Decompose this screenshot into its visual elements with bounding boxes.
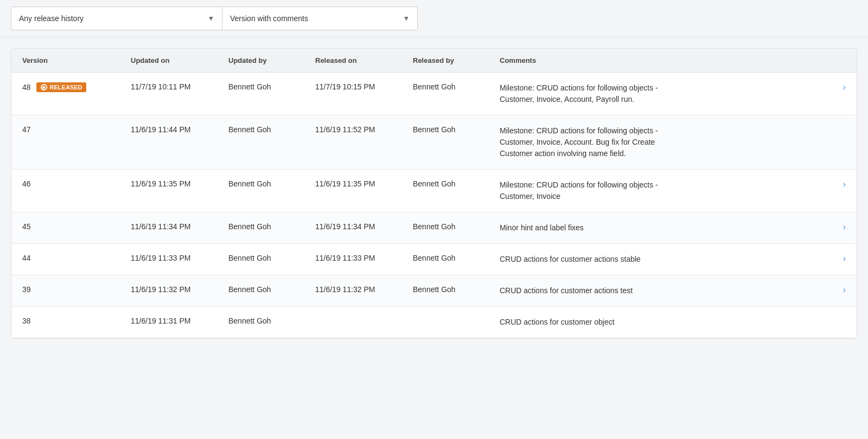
table-row[interactable]: 3911/6/19 11:32 PMBennett Goh11/6/19 11:… bbox=[11, 275, 857, 307]
released-by bbox=[402, 307, 489, 338]
header-released-on: Released on bbox=[304, 49, 402, 73]
release-history-dropdown[interactable]: Any release history ▼ bbox=[11, 7, 222, 30]
released-by: Bennett Goh bbox=[402, 212, 489, 244]
row-chevron-icon[interactable]: › bbox=[829, 285, 846, 295]
updated-by: Bennett Goh bbox=[218, 244, 304, 275]
version-comments-arrow: ▼ bbox=[403, 15, 410, 22]
header-comments: Comments bbox=[489, 49, 857, 73]
version-cell: 44 bbox=[22, 254, 109, 262]
filter-bar: Any release history ▼ Version with comme… bbox=[0, 0, 868, 37]
version-number: 44 bbox=[22, 254, 31, 262]
updated-by: Bennett Goh bbox=[218, 170, 304, 212]
version-cell: 47 bbox=[22, 125, 109, 134]
row-chevron-icon[interactable]: › bbox=[829, 82, 846, 92]
released-on: 11/7/19 10:15 PM bbox=[304, 73, 402, 115]
table-row: 3811/6/19 11:31 PMBennett GohCRUD action… bbox=[11, 307, 857, 338]
released-on: 11/6/19 11:34 PM bbox=[304, 212, 402, 244]
table-row[interactable]: 48RELEASED11/7/19 10:11 PMBennett Goh11/… bbox=[11, 73, 857, 115]
comment-text: Minor hint and label fixes bbox=[500, 222, 584, 234]
updated-by: Bennett Goh bbox=[218, 307, 304, 338]
released-by: Bennett Goh bbox=[402, 73, 489, 115]
updated-on: 11/6/19 11:35 PM bbox=[120, 170, 218, 212]
version-number: 45 bbox=[22, 222, 31, 231]
table-row[interactable]: 4411/6/19 11:33 PMBennett Goh11/6/19 11:… bbox=[11, 244, 857, 275]
versions-table-container: Version Updated on Updated by Released o… bbox=[11, 48, 857, 339]
updated-on: 11/6/19 11:44 PM bbox=[120, 115, 218, 170]
versions-table: Version Updated on Updated by Released o… bbox=[11, 49, 857, 338]
release-history-label: Any release history bbox=[19, 14, 84, 23]
released-icon bbox=[41, 84, 47, 91]
table-row[interactable]: 4511/6/19 11:34 PMBennett Goh11/6/19 11:… bbox=[11, 212, 857, 244]
updated-by: Bennett Goh bbox=[218, 212, 304, 244]
version-number: 48 bbox=[22, 83, 31, 92]
released-on: 11/6/19 11:33 PM bbox=[304, 244, 402, 275]
release-history-arrow: ▼ bbox=[208, 15, 214, 22]
updated-by: Bennett Goh bbox=[218, 73, 304, 115]
released-by: Bennett Goh bbox=[402, 275, 489, 307]
table-header-row: Version Updated on Updated by Released o… bbox=[11, 49, 857, 73]
version-cell: 48RELEASED bbox=[22, 82, 109, 92]
released-on: 11/6/19 11:35 PM bbox=[304, 170, 402, 212]
header-version: Version bbox=[11, 49, 120, 73]
header-updated-by: Updated by bbox=[218, 49, 304, 73]
version-cell: 46 bbox=[22, 179, 109, 188]
row-chevron-icon[interactable]: › bbox=[829, 254, 846, 263]
row-chevron-icon[interactable]: › bbox=[829, 179, 846, 189]
released-on: 11/6/19 11:32 PM bbox=[304, 275, 402, 307]
updated-on: 11/6/19 11:33 PM bbox=[120, 244, 218, 275]
updated-by: Bennett Goh bbox=[218, 275, 304, 307]
version-comments-label: Version with comments bbox=[230, 14, 308, 23]
comment-text: CRUD actions for customer actions stable bbox=[500, 254, 641, 265]
version-cell: 39 bbox=[22, 285, 109, 294]
version-number: 38 bbox=[22, 317, 31, 325]
comment-text: CRUD actions for customer object bbox=[500, 317, 615, 328]
comment-text: CRUD actions for customer actions test bbox=[500, 285, 633, 296]
comment-text: Milestone: CRUD actions for following ob… bbox=[500, 179, 662, 202]
row-chevron-icon[interactable]: › bbox=[829, 222, 846, 232]
updated-on: 11/6/19 11:31 PM bbox=[120, 307, 218, 338]
released-on: 11/6/19 11:52 PM bbox=[304, 115, 402, 170]
version-number: 46 bbox=[22, 179, 31, 188]
version-cell: 45 bbox=[22, 222, 109, 231]
version-comments-dropdown[interactable]: Version with comments ▼ bbox=[222, 7, 418, 30]
updated-by: Bennett Goh bbox=[218, 115, 304, 170]
table-row: 4711/6/19 11:44 PMBennett Goh11/6/19 11:… bbox=[11, 115, 857, 170]
comment-text: Milestone: CRUD actions for following ob… bbox=[500, 82, 662, 105]
released-badge: RELEASED bbox=[36, 82, 87, 92]
header-released-by: Released by bbox=[402, 49, 489, 73]
header-updated-on: Updated on bbox=[120, 49, 218, 73]
released-by: Bennett Goh bbox=[402, 170, 489, 212]
version-number: 39 bbox=[22, 285, 31, 294]
version-cell: 38 bbox=[22, 317, 109, 325]
comment-text: Milestone: CRUD actions for following ob… bbox=[500, 125, 662, 159]
released-by: Bennett Goh bbox=[402, 115, 489, 170]
version-number: 47 bbox=[22, 125, 31, 134]
updated-on: 11/7/19 10:11 PM bbox=[120, 73, 218, 115]
released-by: Bennett Goh bbox=[402, 244, 489, 275]
updated-on: 11/6/19 11:34 PM bbox=[120, 212, 218, 244]
released-on bbox=[304, 307, 402, 338]
updated-on: 11/6/19 11:32 PM bbox=[120, 275, 218, 307]
table-row[interactable]: 4611/6/19 11:35 PMBennett Goh11/6/19 11:… bbox=[11, 170, 857, 212]
